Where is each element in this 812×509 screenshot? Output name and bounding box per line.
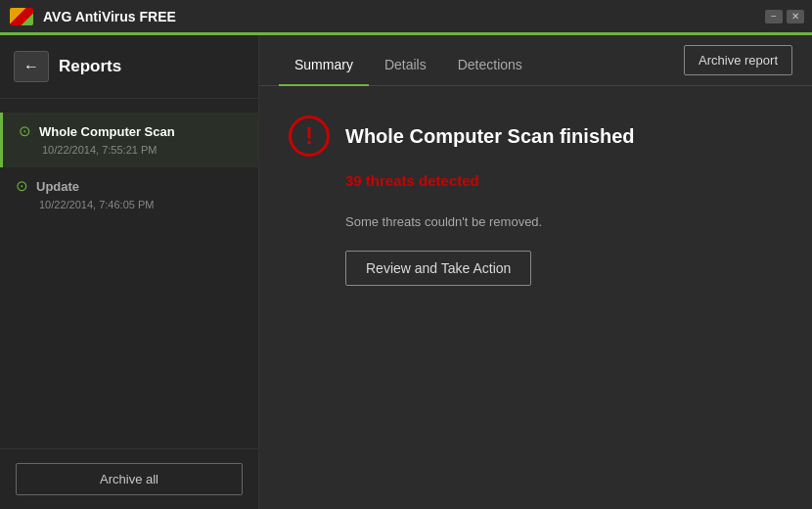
- sidebar-footer: Archive all: [0, 448, 258, 509]
- sidebar-item-date: 10/22/2014, 7:46:05 PM: [16, 198, 243, 212]
- tab-detections[interactable]: Detections: [442, 47, 538, 86]
- check-icon: ⊙: [16, 177, 28, 195]
- sidebar-item-header: ⊙ Update: [16, 177, 243, 195]
- close-button[interactable]: ✕: [787, 10, 804, 23]
- sidebar-items: ⊙ Whole Computer Scan 10/22/2014, 7:55:2…: [0, 99, 258, 448]
- back-button[interactable]: ←: [14, 51, 49, 82]
- sidebar-item-date: 10/22/2014, 7:55:21 PM: [19, 143, 243, 158]
- scan-result-header: ! Whole Computer Scan finished: [289, 116, 783, 157]
- tab-details[interactable]: Details: [369, 47, 442, 86]
- sidebar-title: Reports: [59, 57, 121, 76]
- window-controls: − ✕: [765, 10, 804, 23]
- minimize-button[interactable]: −: [765, 10, 783, 23]
- content-body: ! Whole Computer Scan finished 39 threat…: [259, 86, 812, 509]
- sidebar-item-update[interactable]: ⊙ Update 10/22/2014, 7:46:05 PM: [0, 167, 258, 222]
- tab-summary[interactable]: Summary: [279, 47, 369, 86]
- sidebar-item-header: ⊙ Whole Computer Scan: [19, 122, 243, 140]
- threats-message: Some threats couldn't be removed.: [289, 214, 783, 229]
- title-bar: AVG AntiVirus FREE − ✕: [0, 0, 812, 35]
- threats-detected: 39 threats detected: [289, 172, 783, 189]
- review-action-button[interactable]: Review and Take Action: [345, 251, 531, 286]
- content-area: Summary Details Detections Archive repor…: [259, 35, 812, 509]
- archive-all-button[interactable]: Archive all: [16, 463, 243, 495]
- tabs: Summary Details Detections: [279, 46, 538, 85]
- title-bar-left: AVG AntiVirus FREE: [8, 6, 176, 27]
- check-icon: ⊙: [19, 122, 31, 140]
- sidebar: ← Reports ⊙ Whole Computer Scan 10/22/20…: [0, 35, 259, 509]
- main-layout: ← Reports ⊙ Whole Computer Scan 10/22/20…: [0, 35, 812, 509]
- scan-result-title: Whole Computer Scan finished: [345, 125, 635, 148]
- app-title: AVG AntiVirus FREE: [43, 9, 176, 24]
- content-header: Summary Details Detections Archive repor…: [259, 35, 812, 86]
- sidebar-item-whole-computer-scan[interactable]: ⊙ Whole Computer Scan 10/22/2014, 7:55:2…: [0, 113, 258, 167]
- sidebar-header: ← Reports: [0, 35, 258, 99]
- avg-logo-icon: [8, 6, 35, 27]
- archive-report-button[interactable]: Archive report: [684, 45, 792, 75]
- sidebar-item-name: Update: [36, 179, 79, 194]
- sidebar-item-name: Whole Computer Scan: [39, 124, 175, 139]
- warning-icon: !: [289, 116, 330, 157]
